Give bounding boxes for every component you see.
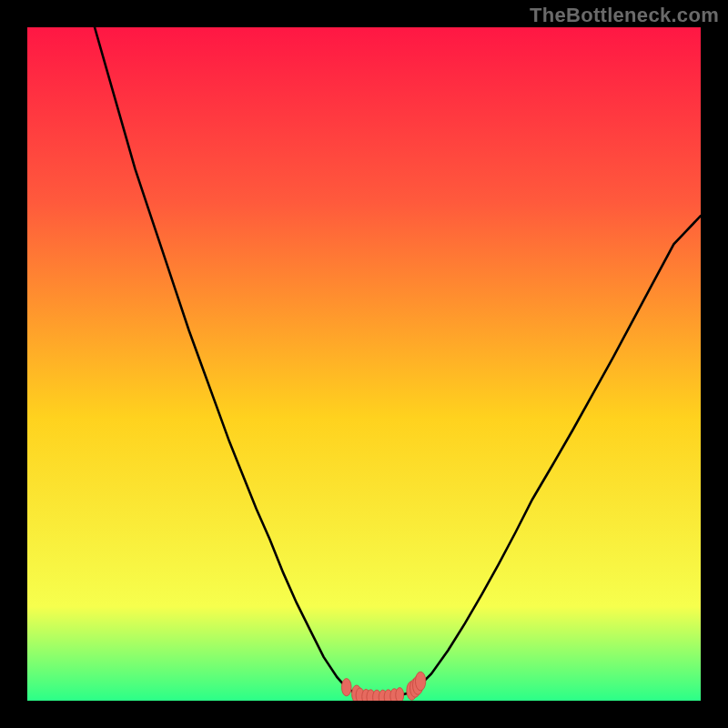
watermark-text: TheBottleneck.com <box>530 4 719 27</box>
plot-area <box>27 27 701 701</box>
trough-marker <box>396 688 404 701</box>
trough-marker <box>415 672 425 691</box>
gradient-background <box>27 27 701 701</box>
chart-frame: TheBottleneck.com <box>0 0 728 728</box>
chart-svg <box>27 27 701 701</box>
trough-marker <box>341 679 351 696</box>
